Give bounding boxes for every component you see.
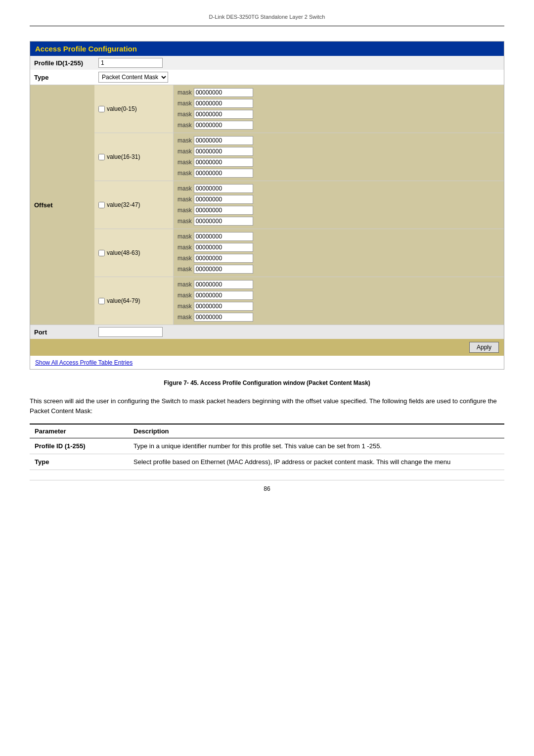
mask-row-2-1: mask xyxy=(174,194,504,205)
offset-group-0: value(0-15) mask mask mask xyxy=(94,85,504,133)
show-link-container: Show All Access Profile Table Entries xyxy=(30,356,504,369)
mask-row-0-1: mask xyxy=(174,98,504,109)
mask-label-4-0: mask xyxy=(178,281,192,288)
port-label: Port xyxy=(30,325,94,339)
mask-row-1-2: mask xyxy=(174,157,504,168)
mask-label-3-0: mask xyxy=(178,233,192,240)
mask-label-1-2: mask xyxy=(178,159,192,166)
offset-check-3: value(48-63) xyxy=(94,229,174,277)
desc-row-1: Type Select profile based on Ethernet (M… xyxy=(30,454,504,470)
mask-row-4-3: mask xyxy=(174,312,504,323)
mask-label-2-0: mask xyxy=(178,185,192,192)
offset-check-1: value(16-31) xyxy=(94,133,174,181)
desc-header: Description xyxy=(129,424,504,438)
mask-row-4-2: mask xyxy=(174,301,504,312)
mask-input-0-0[interactable] xyxy=(194,88,253,97)
mask-input-1-0[interactable] xyxy=(194,136,253,145)
offset-section: Offset value(0-15) mask xyxy=(30,85,504,325)
offset-masks-1: mask mask mask mask xyxy=(174,133,504,181)
param-1: Type xyxy=(30,454,129,470)
offset-check-label-4: value(64-79) xyxy=(107,297,140,304)
mask-row-0-3: mask xyxy=(174,120,504,131)
mask-label-2-2: mask xyxy=(178,207,192,214)
mask-input-1-1[interactable] xyxy=(194,147,253,156)
port-row: Port xyxy=(30,325,504,339)
desc-row-0: Profile ID (1-255) Type in a unique iden… xyxy=(30,438,504,454)
mask-row-2-0: mask xyxy=(174,183,504,194)
description-table: Parameter Description Profile ID (1-255)… xyxy=(30,424,504,470)
mask-input-3-2[interactable] xyxy=(194,254,253,263)
mask-label-0-1: mask xyxy=(178,100,192,107)
mask-input-4-2[interactable] xyxy=(194,302,253,311)
mask-input-2-1[interactable] xyxy=(194,195,253,204)
mask-input-1-3[interactable] xyxy=(194,169,253,178)
mask-input-0-3[interactable] xyxy=(194,121,253,130)
mask-label-3-3: mask xyxy=(178,266,192,273)
mask-input-2-0[interactable] xyxy=(194,184,253,193)
param-0: Profile ID (1-255) xyxy=(30,438,129,454)
mask-row-4-0: mask xyxy=(174,279,504,290)
mask-input-1-2[interactable] xyxy=(194,158,253,167)
mask-row-0-2: mask xyxy=(174,109,504,120)
mask-label-4-3: mask xyxy=(178,314,192,321)
offset-group-4: value(64-79) mask mask mask xyxy=(94,277,504,325)
offset-checkbox-4[interactable] xyxy=(98,298,105,304)
mask-label-0-3: mask xyxy=(178,122,192,129)
mask-input-3-0[interactable] xyxy=(194,232,253,241)
mask-input-0-1[interactable] xyxy=(194,99,253,108)
mask-row-3-3: mask xyxy=(174,264,504,275)
mask-row-1-1: mask xyxy=(174,146,504,157)
profile-id-input[interactable] xyxy=(98,58,163,68)
mask-input-4-1[interactable] xyxy=(194,291,253,300)
offset-group-2: value(32-47) mask mask mask xyxy=(94,181,504,229)
figure-caption: Figure 7- 45. Access Profile Configurati… xyxy=(30,379,504,386)
mask-input-3-3[interactable] xyxy=(194,265,253,274)
offset-check-label-0: value(0-15) xyxy=(107,105,137,112)
profile-id-cell xyxy=(94,56,466,70)
mask-input-2-2[interactable] xyxy=(194,206,253,215)
offset-label: Offset xyxy=(30,85,94,325)
mask-input-4-3[interactable] xyxy=(194,313,253,322)
page-header: D-Link DES-3250TG Standalone Layer 2 Swi… xyxy=(30,10,504,26)
mask-input-2-3[interactable] xyxy=(194,217,253,226)
mask-row-2-3: mask xyxy=(174,216,504,227)
offset-checkbox-1[interactable] xyxy=(98,154,105,160)
mask-label-4-1: mask xyxy=(178,292,192,299)
mask-label-3-2: mask xyxy=(178,255,192,262)
mask-row-4-1: mask xyxy=(174,290,504,301)
port-input[interactable] xyxy=(98,327,163,337)
mask-label-2-1: mask xyxy=(178,196,192,203)
type-select[interactable]: Packet Content Mask xyxy=(98,72,168,83)
config-panel: Access Profile Configuration Profile ID(… xyxy=(30,41,504,370)
offset-checkbox-3[interactable] xyxy=(98,250,105,256)
config-table: Profile ID(1-255) Type Packet Content Ma… xyxy=(30,56,504,85)
mask-input-3-1[interactable] xyxy=(194,243,253,252)
mask-row-3-2: mask xyxy=(174,253,504,264)
offset-check-label-1: value(16-31) xyxy=(107,153,140,160)
offset-groups: value(0-15) mask mask mask xyxy=(94,85,504,325)
mask-row-2-2: mask xyxy=(174,205,504,216)
offset-check-label-2: value(32-47) xyxy=(107,201,140,208)
mask-input-4-0[interactable] xyxy=(194,280,253,289)
port-cell xyxy=(94,325,463,339)
mask-input-0-2[interactable] xyxy=(194,110,253,119)
profile-id-row: Profile ID(1-255) xyxy=(30,56,504,70)
offset-group-1: value(16-31) mask mask mask xyxy=(94,133,504,181)
offset-checkbox-2[interactable] xyxy=(98,202,105,208)
offset-group-3: value(48-63) mask mask mask xyxy=(94,229,504,277)
mask-row-1-0: mask xyxy=(174,135,504,146)
mask-label-3-1: mask xyxy=(178,244,192,251)
desc-table-header-row: Parameter Description xyxy=(30,424,504,438)
mask-row-3-0: mask xyxy=(174,231,504,242)
profile-id-label: Profile ID(1-255) xyxy=(30,56,94,70)
mask-label-1-0: mask xyxy=(178,137,192,144)
show-all-link[interactable]: Show All Access Profile Table Entries xyxy=(35,359,133,366)
offset-masks-2: mask mask mask mask xyxy=(174,181,504,229)
mask-label-0-0: mask xyxy=(178,89,192,96)
offset-checkbox-0[interactable] xyxy=(98,106,105,112)
mask-label-1-1: mask xyxy=(178,148,192,155)
offset-check-2: value(32-47) xyxy=(94,181,174,229)
mask-label-2-3: mask xyxy=(178,218,192,225)
mask-row-3-1: mask xyxy=(174,242,504,253)
apply-button[interactable]: Apply xyxy=(469,342,499,353)
